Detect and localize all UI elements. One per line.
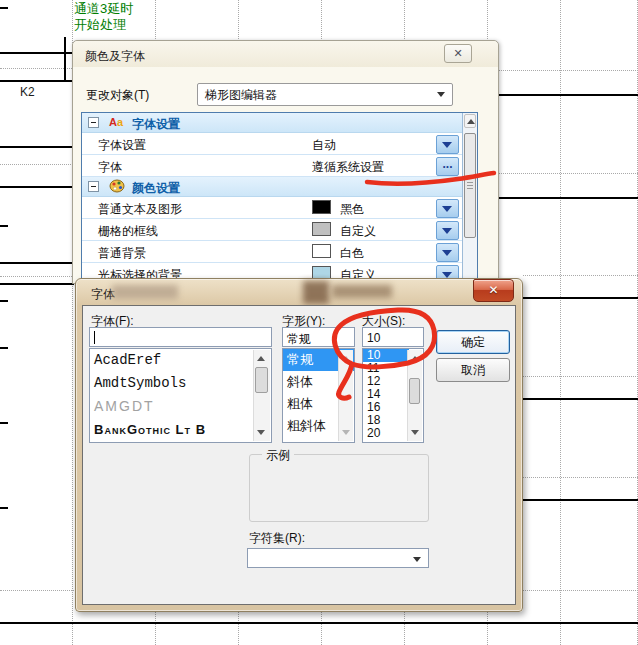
color-swatch[interactable] bbox=[312, 222, 331, 236]
collapse-toggle[interactable] bbox=[88, 117, 99, 128]
color-property-row[interactable]: 普通背景 白色 bbox=[82, 241, 477, 263]
color-property-row[interactable]: 栅格的框线 自定义 bbox=[82, 219, 477, 241]
minus-icon bbox=[91, 186, 96, 187]
grid-line bbox=[0, 262, 74, 264]
scrollbar-thumb[interactable] bbox=[409, 378, 420, 404]
grid-line bbox=[0, 146, 73, 148]
font-icon-letter: a bbox=[117, 116, 123, 128]
font-list-scrollbar[interactable] bbox=[253, 350, 270, 441]
chevron-up-icon bbox=[257, 356, 265, 361]
close-button[interactable]: ✕ bbox=[444, 44, 472, 63]
chevron-down-icon bbox=[437, 92, 445, 97]
chevron-down-icon bbox=[442, 250, 452, 256]
grid-line bbox=[0, 80, 72, 82]
category-label: 字体设置 bbox=[132, 116, 180, 133]
grid-line bbox=[0, 276, 74, 277]
scrollbar-thumb[interactable] bbox=[464, 133, 476, 238]
ok-button[interactable]: 确定 bbox=[436, 330, 510, 354]
scrollbar-thumb[interactable] bbox=[255, 367, 268, 393]
sample-label: 示例 bbox=[262, 447, 294, 464]
chevron-up-icon bbox=[467, 119, 475, 124]
grid-line bbox=[0, 347, 8, 349]
sample-groupbox: 示例 bbox=[249, 454, 429, 522]
grid-line bbox=[523, 477, 638, 478]
property-value: 白色 bbox=[340, 245, 364, 262]
property-grid: Aa 字体设置 字体设置 自动 字体 遵循系统设置 ... bbox=[81, 112, 478, 282]
color-swatch[interactable] bbox=[312, 244, 331, 258]
cancel-button[interactable]: 取消 bbox=[436, 358, 510, 382]
property-label: 普通文本及图形 bbox=[98, 201, 182, 218]
charset-label: 字符集(R): bbox=[249, 530, 305, 547]
dropdown-button[interactable] bbox=[436, 199, 459, 218]
dropdown-button[interactable] bbox=[436, 243, 459, 262]
color-property-row[interactable]: 普通文本及图形 黑色 bbox=[82, 197, 477, 219]
palette-icon bbox=[109, 179, 127, 194]
ellipsis-button[interactable]: ... bbox=[436, 157, 459, 176]
category-label: 颜色设置 bbox=[132, 180, 180, 197]
grid-line bbox=[498, 197, 638, 199]
chevron-down-icon bbox=[413, 557, 421, 562]
chevron-down-icon bbox=[442, 228, 452, 234]
grid-line bbox=[0, 68, 72, 69]
chevron-down-icon bbox=[442, 142, 452, 148]
font-style-value: 常规 bbox=[287, 331, 311, 348]
rung-comment-line1: 通道3延时 bbox=[74, 1, 133, 17]
grid-line bbox=[0, 507, 8, 509]
grid-line bbox=[560, 0, 561, 645]
colors-fonts-dialog: 颜色及字体 ✕ 更改对象(T) 梯形图编辑器 Aa 字体设置 字体设置 自动 字… bbox=[72, 40, 499, 284]
chevron-down-icon bbox=[342, 430, 350, 435]
close-button[interactable]: ✕ bbox=[473, 279, 514, 302]
colors-fonts-titlebar[interactable]: 颜色及字体 ✕ bbox=[73, 41, 498, 67]
grid-line bbox=[0, 52, 72, 54]
font-style-input[interactable]: 常规 bbox=[282, 327, 355, 347]
charset-select[interactable] bbox=[247, 548, 429, 568]
colors-fonts-title: 颜色及字体 bbox=[85, 48, 145, 65]
grid-line bbox=[498, 173, 638, 174]
font-name-input[interactable] bbox=[89, 327, 272, 347]
font-name-list[interactable]: AcadEref AmdtSymbols AMGDT BankGothic Lt… bbox=[89, 348, 272, 443]
font-list-item[interactable]: AcadEref bbox=[90, 349, 271, 372]
grid-line bbox=[523, 275, 638, 276]
font-size-input[interactable]: 10 bbox=[362, 327, 424, 347]
font-list-item[interactable]: AmdtSymbols bbox=[90, 372, 271, 395]
property-row[interactable]: 字体设置 自动 bbox=[82, 133, 477, 155]
size-list-scrollbar[interactable] bbox=[407, 350, 422, 441]
chevron-up-icon bbox=[342, 356, 350, 361]
property-grid-scrollbar[interactable] bbox=[462, 113, 477, 282]
grid-line bbox=[0, 164, 73, 165]
font-size-list[interactable]: 10 11 12 14 16 18 20 bbox=[362, 348, 424, 443]
chevron-down-icon bbox=[442, 206, 452, 212]
font-list-item[interactable]: AMGDT bbox=[90, 395, 271, 418]
redacted-blur bbox=[303, 281, 329, 304]
grid-line bbox=[0, 7, 8, 9]
style-list-scrollbar[interactable] bbox=[338, 350, 353, 441]
grid-line bbox=[64, 37, 66, 81]
property-label: 字体 bbox=[98, 159, 122, 176]
grid-line bbox=[0, 283, 74, 285]
font-list-item[interactable]: BankGothic Lt B bbox=[90, 418, 271, 441]
property-row[interactable]: 字体 遵循系统设置 ... bbox=[82, 155, 477, 177]
chevron-down-icon bbox=[411, 430, 419, 435]
property-value: 遵循系统设置 bbox=[312, 159, 384, 176]
dropdown-button[interactable] bbox=[436, 135, 459, 154]
category-row-font-settings[interactable]: Aa 字体设置 bbox=[82, 113, 477, 133]
scrollbar-up-button[interactable] bbox=[464, 114, 476, 128]
category-row-color-settings[interactable]: 颜色设置 bbox=[82, 177, 477, 197]
screen: 通道3延时 开始处理 K2 颜色及字体 ✕ 更改对象(T) 梯形图编辑器 Aa … bbox=[0, 0, 638, 645]
grid-line bbox=[523, 398, 638, 400]
grid-line bbox=[523, 297, 638, 299]
font-style-list[interactable]: 常规 斜体 粗体 粗斜体 bbox=[282, 348, 355, 443]
text-caret bbox=[94, 331, 95, 344]
property-value: 黑色 bbox=[340, 201, 364, 218]
change-object-select[interactable]: 梯形图编辑器 bbox=[197, 83, 453, 106]
font-dialog: 字体 ✕ 字体(F): AcadEref AmdtSymbols AMGDT B… bbox=[75, 278, 523, 612]
property-value: 自定义 bbox=[340, 223, 376, 240]
redacted-blur bbox=[112, 285, 178, 299]
collapse-toggle[interactable] bbox=[88, 181, 99, 192]
dropdown-button[interactable] bbox=[436, 221, 459, 240]
grid-line bbox=[0, 186, 73, 188]
minus-icon bbox=[91, 122, 96, 123]
color-swatch[interactable] bbox=[312, 200, 331, 214]
font-icon-letter: A bbox=[109, 116, 117, 128]
property-label: 普通背景 bbox=[98, 245, 146, 262]
